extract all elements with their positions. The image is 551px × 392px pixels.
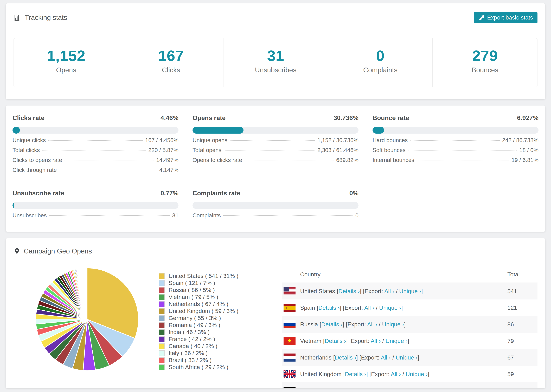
stat-clicks: 167Clicks <box>119 38 223 87</box>
export-unique-link[interactable]: Unique › <box>396 354 418 361</box>
export-all-link[interactable]: All › <box>367 321 377 328</box>
legend-swatch <box>159 280 165 286</box>
dotted-leader <box>224 150 315 151</box>
export-unique-link[interactable]: Unique › <box>399 288 421 294</box>
export-unique-link[interactable]: Unique › <box>406 371 428 377</box>
legend-swatch <box>159 294 165 300</box>
legend-item-brazil[interactable]: Brazil ( 33 / 2% ) <box>159 357 239 364</box>
legend-item-netherlands[interactable]: Netherlands ( 67 / 4% ) <box>159 301 239 308</box>
rate-progress-fill <box>13 127 20 133</box>
legend-swatch <box>159 364 165 370</box>
details-link[interactable]: Details › <box>339 288 360 294</box>
country-name: Spain <box>300 304 315 311</box>
export-unique-link[interactable]: Unique › <box>382 321 404 328</box>
legend-item-romania[interactable]: Romania ( 49 / 3% ) <box>159 322 239 329</box>
export-unique-link[interactable]: Unique › <box>386 338 408 344</box>
legend-item-france[interactable]: France ( 42 / 2% ) <box>159 336 239 343</box>
stat-label: Complaints <box>328 66 433 74</box>
stat-value: 279 <box>433 47 537 64</box>
tracking-stats-header: Tracking stats Export basic stats <box>14 3 537 32</box>
stat-label: Unsubscribes <box>224 66 328 74</box>
stat-value: 167 <box>119 47 223 64</box>
dotted-leader <box>64 160 154 161</box>
export-all-link[interactable]: All › <box>371 338 381 344</box>
rate-progress-bar <box>192 202 359 209</box>
rate-title-row: Bounce rate6.927% <box>373 114 538 122</box>
stat-bounces: 279Bounces <box>432 38 537 87</box>
rates-grid: Clicks rate4.46%Unique clicks167 / 4.456… <box>13 114 538 222</box>
rate-block-unsubscribe-rate: Unsubscribe rate0.77%Unsubscribes31 <box>13 190 178 222</box>
legend-label: South Africa ( 29 / 2% ) <box>169 364 228 371</box>
legend-item-vietnam[interactable]: Vietnam ( 79 / 5% ) <box>159 294 239 301</box>
rate-rows: Complaints0 <box>192 212 359 222</box>
rate-title: Complaints rate <box>192 190 240 197</box>
tracking-stats-card: Tracking stats Export basic stats 1,152O… <box>6 3 545 99</box>
rate-row-label: Clicks to opens rate <box>13 157 62 163</box>
rate-progress-bar <box>192 127 359 133</box>
stat-label: Opens <box>14 66 119 74</box>
stat-label: Clicks <box>119 66 223 74</box>
rate-block-opens-rate: Opens rate30.736%Unique opens1,152 / 30.… <box>192 114 359 177</box>
legend-item-south-africa[interactable]: South Africa ( 29 / 2% ) <box>159 364 239 371</box>
rate-row-label: Complaints <box>192 212 221 219</box>
legend-item-canada[interactable]: Canada ( 40 / 2% ) <box>159 343 239 350</box>
country-name: Russia <box>300 321 318 328</box>
row-links: [Details ›] [Export: All › / Unique ›] <box>317 304 403 311</box>
export-all-link[interactable]: All › <box>364 304 374 311</box>
legend-item-germany[interactable]: Germany ( 55 / 3% ) <box>159 315 239 322</box>
rate-row-value: 220 / 5.87% <box>148 147 178 154</box>
details-link[interactable]: Details › <box>325 338 346 344</box>
gb-flag-icon <box>283 370 296 378</box>
rate-row-value: 242 / 86.738% <box>502 137 538 143</box>
stat-complaints: 0Complaints <box>328 38 433 87</box>
legend-label: Italy ( 36 / 2% ) <box>169 350 208 357</box>
rate-rows: Unsubscribes31 <box>13 212 178 222</box>
rate-row-value: 689.82% <box>336 157 359 163</box>
row-links: [Details ›] [Export: All › / Unique ›] <box>337 288 423 294</box>
legend-item-united-kingdom[interactable]: United Kingdom ( 59 / 3% ) <box>159 308 239 315</box>
legend-item-united-states[interactable]: United States ( 541 / 31% ) <box>159 273 239 280</box>
details-link[interactable]: Details › <box>321 321 343 328</box>
vn-flag-icon <box>283 337 296 345</box>
export-all-link[interactable]: All › <box>384 288 395 294</box>
rate-row-value: 167 / 4.456% <box>145 137 179 143</box>
dotted-leader <box>410 140 500 140</box>
legend-swatch <box>159 322 165 328</box>
geo-title: Campaign Geo Opens <box>24 247 92 255</box>
rate-title-row: Unsubscribe rate0.77% <box>13 190 178 197</box>
rate-row-value: 4.147% <box>159 167 178 173</box>
geo-table: Country Total United States[Details ›] [… <box>282 266 537 388</box>
legend-label: Brazil ( 33 / 2% ) <box>169 357 212 364</box>
legend-item-russia[interactable]: Russia ( 86 / 5% ) <box>159 287 239 294</box>
details-link[interactable]: Details › <box>335 354 356 361</box>
rate-progress-fill <box>373 127 384 133</box>
legend-label: Canada ( 40 / 2% ) <box>169 343 217 350</box>
row-links: [Details ›] [Export: All › / Unique ›] <box>323 338 409 344</box>
table-row-netherlands: Netherlands[Details ›] [Export: All › / … <box>282 349 537 366</box>
details-link[interactable]: Details › <box>345 371 366 377</box>
legend-label: Spain ( 121 / 7% ) <box>169 280 215 286</box>
legend-swatch <box>159 301 165 307</box>
nl-flag-icon <box>283 354 296 362</box>
rate-value: 6.927% <box>517 114 539 122</box>
geo-header: Campaign Geo Opens <box>14 238 537 264</box>
details-link[interactable]: Details › <box>318 304 340 311</box>
dotted-leader <box>42 150 146 151</box>
export-all-link[interactable]: All › <box>391 371 401 377</box>
geo-pie-wrap <box>34 266 140 388</box>
tracking-stats-title-wrap: Tracking stats <box>14 14 67 21</box>
rate-row-label: Unique clicks <box>13 137 46 143</box>
es-flag-icon <box>283 304 296 312</box>
total-value: 79 <box>507 338 514 344</box>
total-value: 67 <box>507 354 514 361</box>
legend-item-spain[interactable]: Spain ( 121 / 7% ) <box>159 280 239 287</box>
stat-label: Bounces <box>433 66 537 74</box>
export-unique-link[interactable]: Unique › <box>379 304 401 311</box>
export-basic-stats-button[interactable]: Export basic stats <box>474 12 537 23</box>
legend-item-india[interactable]: India ( 46 / 3% ) <box>159 329 239 336</box>
export-all-link[interactable]: All › <box>381 354 391 361</box>
rate-row-unique-clicks: Unique clicks167 / 4.456% <box>13 137 178 147</box>
legend-item-italy[interactable]: Italy ( 36 / 2% ) <box>159 350 239 357</box>
rate-row-label: Unique opens <box>192 137 227 143</box>
page: { "accent_color": "#1591a4", "link_color… <box>0 0 551 392</box>
